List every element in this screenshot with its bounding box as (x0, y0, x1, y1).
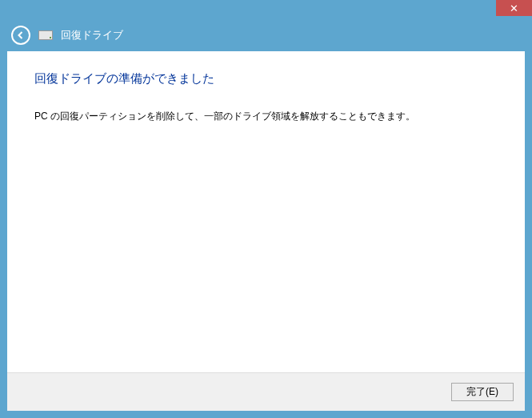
finish-button[interactable]: 完了(E) (451, 383, 514, 401)
close-button[interactable]: ✕ (496, 0, 532, 16)
window-title: 回復ドライブ (61, 28, 123, 42)
body-text: PC の回復パーティションを削除して、一部のドライブ領域を解放することもできます… (34, 109, 498, 124)
arrow-left-icon (16, 30, 26, 40)
close-icon: ✕ (510, 2, 518, 14)
drive-icon (38, 30, 53, 40)
back-button[interactable] (11, 26, 30, 45)
content-wrapper: 回復ドライブの準備ができました PC の回復パーティションを削除して、一部のドラ… (0, 51, 532, 418)
wizard-header: 回復ドライブ (0, 18, 532, 51)
wizard-footer: 完了(E) (7, 372, 525, 411)
titlebar: ✕ (0, 0, 532, 18)
page-heading: 回復ドライブの準備ができました (34, 71, 498, 86)
content-panel: 回復ドライブの準備ができました PC の回復パーティションを削除して、一部のドラ… (7, 51, 525, 411)
